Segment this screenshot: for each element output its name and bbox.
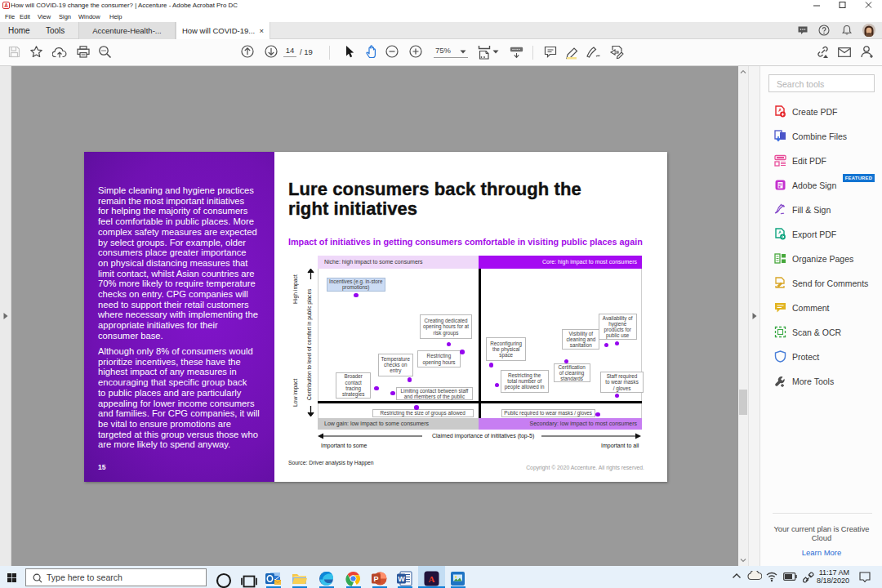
svg-text:P: P [373, 575, 378, 583]
svg-text:A: A [429, 574, 435, 584]
svg-text:A: A [4, 2, 8, 8]
svg-text:W: W [398, 575, 405, 583]
